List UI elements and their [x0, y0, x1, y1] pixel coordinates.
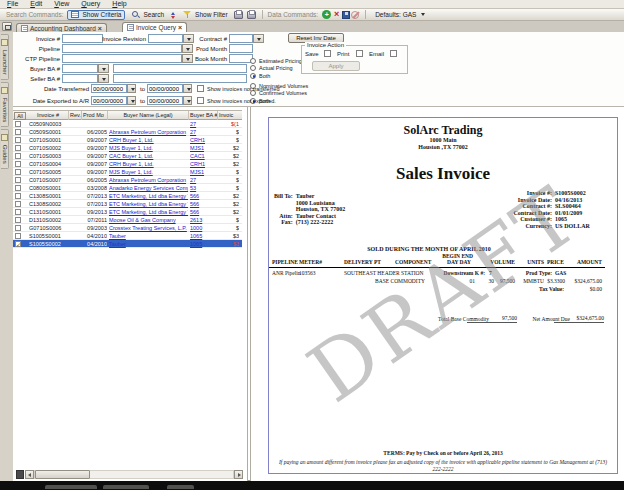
scroll-right-button[interactable]: [234, 470, 243, 479]
contract-dropdown[interactable]: [253, 34, 264, 43]
close-icon[interactable]: ×: [98, 25, 102, 32]
table-row[interactable]: D1310S0002 07/2011 Moose Oil & Gas Compa…: [13, 216, 242, 224]
tab-invoice-query[interactable]: Invoice Query ×: [122, 22, 187, 32]
close-icon[interactable]: ×: [178, 24, 182, 31]
date-exported-from-dropdown[interactable]: [127, 96, 136, 105]
cell-buyer-ba-link[interactable]: CRH1: [190, 160, 217, 168]
row-checkbox[interactable]: [15, 161, 21, 167]
row-select-cell[interactable]: [15, 200, 28, 208]
add-record-icon[interactable]: +: [322, 10, 331, 19]
seller-ba-input[interactable]: [62, 74, 98, 83]
table-row[interactable]: C1308S0001 07/2013 ETC Marketing, Ltd db…: [13, 192, 242, 200]
row-checkbox[interactable]: [15, 169, 21, 175]
column-header-invoice[interactable]: Invoice #: [28, 111, 69, 120]
row-checkbox[interactable]: [15, 145, 21, 151]
row-select-cell[interactable]: [15, 240, 28, 248]
cell-buyer-ba-link[interactable]: 2613: [190, 216, 217, 224]
table-row[interactable]: C0509S0001 06/2005 Abraxas Petroleum Cor…: [13, 128, 242, 136]
cell-buyer-name-link[interactable]: Abraxas Petroleum Corporation: [109, 176, 188, 184]
invoice-revision-dropdown[interactable]: [183, 34, 194, 43]
pricing-radio-option[interactable]: Actual Pricing: [250, 65, 302, 73]
table-row[interactable]: S1005S0001 04/2010 Tauber 1065 $3: [13, 232, 242, 240]
table-row[interactable]: C1310S0001 09/2013 ETC Marketing, Ltd db…: [13, 208, 242, 216]
row-checkbox[interactable]: [15, 225, 21, 231]
row-select-cell[interactable]: [15, 232, 28, 240]
table-row[interactable]: C0710S0004 09/2007 CRH Buyer 1, Ltd. CRH…: [13, 160, 242, 168]
row-select-cell[interactable]: [15, 192, 28, 200]
table-row[interactable]: C0710S0002 09/2007 MJS Buyer 1, Ltd. MJS…: [13, 144, 242, 152]
cell-buyer-ba-link[interactable]: 1065: [190, 240, 217, 248]
show-filter-button[interactable]: Show Filter: [179, 10, 232, 20]
window-list-button[interactable]: [2, 22, 12, 31]
defaults-dropdown[interactable]: Defaults: GAS: [371, 10, 429, 20]
row-checkbox[interactable]: [15, 177, 21, 183]
column-header-invoice-amount[interactable]: Invoic: [218, 111, 242, 120]
cell-buyer-name-link[interactable]: Tauber: [109, 240, 188, 248]
cell-buyer-ba-link[interactable]: MJS1: [190, 144, 217, 152]
menu-item[interactable]: Edit: [25, 0, 47, 8]
row-select-cell[interactable]: [15, 152, 28, 160]
table-row[interactable]: C0710S0007 06/2005 Abraxas Petroleum Cor…: [13, 176, 242, 184]
buyer-ba-dropdown[interactable]: [98, 64, 109, 73]
table-row[interactable]: C0710S0005 09/2007 MJS Buyer 1, Ltd. MJS…: [13, 168, 242, 176]
contract-number-input[interactable]: [229, 34, 253, 43]
sort-icon[interactable]: [170, 11, 178, 19]
row-checkbox[interactable]: [15, 217, 21, 223]
table-row[interactable]: C1308S0002 07/2013 ETC Marketing, Ltd db…: [13, 200, 242, 208]
cell-buyer-ba-link[interactable]: 53: [190, 184, 217, 192]
row-checkbox[interactable]: [15, 241, 21, 247]
row-select-cell[interactable]: [15, 136, 28, 144]
cell-buyer-name-link[interactable]: [109, 120, 188, 128]
table-row[interactable]: C0509N0003 27 $(1: [13, 120, 242, 128]
cell-buyer-ba-link[interactable]: 566: [190, 200, 217, 208]
pricing-radio-option[interactable]: Estimated Pricing: [250, 57, 302, 65]
cell-buyer-name-link[interactable]: Tauber: [109, 232, 188, 240]
table-row[interactable]: C0710S0001 09/2007 CRH Buyer 1, Ltd. CRH…: [13, 136, 242, 144]
print-preview-icon[interactable]: [247, 11, 256, 19]
row-checkbox[interactable]: [15, 129, 21, 135]
menu-item[interactable]: View: [49, 0, 74, 8]
row-select-cell[interactable]: [15, 208, 28, 216]
cell-buyer-name-link[interactable]: Anadarko Energy Services Company: [109, 184, 188, 192]
table-row[interactable]: S1005S0002 04/2010 Tauber 1065 $3: [13, 240, 242, 248]
row-checkbox[interactable]: [15, 121, 21, 127]
print-icon[interactable]: [234, 11, 243, 19]
cell-buyer-ba-link[interactable]: CRH1: [190, 136, 217, 144]
cell-buyer-name-link[interactable]: CRH Buyer 1, Ltd.: [109, 136, 188, 144]
row-checkbox[interactable]: [15, 137, 21, 143]
prod-month-input[interactable]: [229, 44, 253, 53]
email-checkbox[interactable]: [390, 50, 397, 57]
date-exported-to-input[interactable]: [147, 96, 183, 105]
row-select-cell[interactable]: [15, 184, 28, 192]
cell-buyer-ba-link[interactable]: MJS1: [190, 168, 217, 176]
cell-buyer-ba-link[interactable]: 27: [190, 128, 217, 136]
menu-item[interactable]: File: [2, 0, 23, 8]
date-exported-from-input[interactable]: [91, 96, 127, 105]
cell-buyer-name-link[interactable]: CRH Buyer 1, Ltd.: [109, 160, 188, 168]
cell-buyer-name-link[interactable]: CAC Buyer 1, Ltd.: [109, 152, 188, 160]
cell-buyer-ba-link[interactable]: 1065: [190, 232, 217, 240]
row-checkbox[interactable]: [15, 209, 21, 215]
cell-buyer-name-link[interactable]: ETC Marketing, Ltd dba Energy Transfer: [109, 208, 188, 216]
cell-buyer-name-link[interactable]: Abraxas Petroleum Corporation: [109, 128, 188, 136]
buyer-ba-input[interactable]: [62, 64, 98, 73]
table-row[interactable]: C0710S0003 09/2007 CAC Buyer 1, Ltd. CAC…: [13, 152, 242, 160]
sidebar-tab[interactable]: Launcher: [1, 34, 9, 80]
cell-buyer-name-link[interactable]: ETC Marketing, Ltd dba Energy Transfer: [109, 200, 188, 208]
invoice-number-input[interactable]: [62, 34, 103, 43]
buyer-name-input[interactable]: [113, 64, 247, 73]
print-checkbox[interactable]: [356, 50, 363, 57]
cell-buyer-ba-link[interactable]: CAC1: [190, 152, 217, 160]
show-criteria-button[interactable]: Show Criteria: [67, 10, 125, 20]
sidebar-tab[interactable]: Guides: [1, 129, 9, 169]
date-transferred-from-input[interactable]: [91, 84, 127, 93]
cell-buyer-ba-link[interactable]: 566: [190, 208, 217, 216]
row-checkbox[interactable]: [15, 193, 21, 199]
date-transferred-to-input[interactable]: [147, 84, 183, 93]
invoice-revision-input[interactable]: [148, 34, 183, 43]
sidebar-tab[interactable]: Favorites: [1, 82, 9, 127]
seller-name-input[interactable]: [113, 74, 247, 83]
save-icon[interactable]: [342, 11, 350, 19]
scroll-left-button[interactable]: [25, 470, 34, 479]
menu-item[interactable]: Query: [76, 0, 105, 8]
